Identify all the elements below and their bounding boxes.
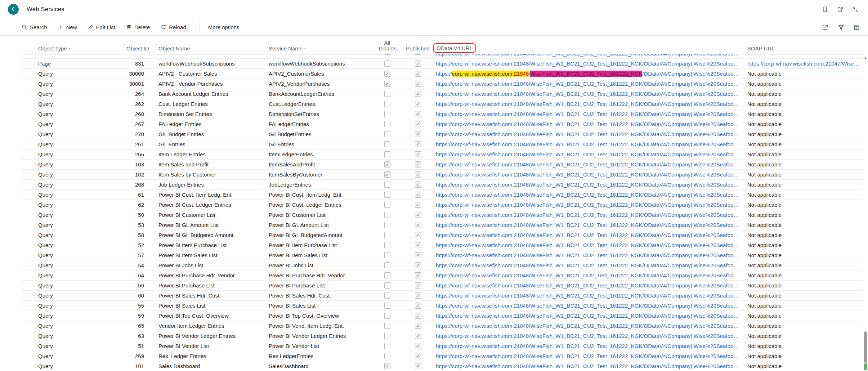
cell-object-id[interactable]: 63 [123,331,155,341]
cell-odata-url[interactable]: https://corp-wf-nav.wisefish.com:21048/W… [432,301,744,310]
cell-odata-url[interactable]: https://corp-wf-nav.wisefish.com:21048/W… [432,180,744,189]
cell-object-name[interactable]: Power BI Top Cust. Overview [155,311,265,321]
all-tenants-checkbox[interactable]: ✓ [384,192,390,198]
table-row[interactable]: Query 50 Power BI Customer List Power BI… [22,210,863,220]
table-row[interactable]: Query 59 Power BI Top Cust. Overview Pow… [22,311,863,321]
cell-object-name[interactable]: Dimension Set Entries [155,109,265,119]
cell-object-type[interactable]: Query [22,341,123,351]
table-row[interactable]: Query 30001 APIV2 - Vendor Purchases API… [22,79,863,89]
table-row[interactable]: Query 265 Item Ledger Entries ItemLedger… [22,149,863,160]
all-tenants-checkbox[interactable]: ✓ [384,232,390,238]
table-row[interactable]: Query 270 G/L Budget Entries G/LBudgetEn… [22,129,863,139]
cell-service-name[interactable]: Power BI Vendor List [265,341,371,351]
cell-object-name[interactable]: Cust. Ledger Entries [155,99,265,109]
cell-service-name[interactable]: Power BI Vendor Ledger Entries [265,331,371,341]
cell-object-type[interactable]: Query [22,149,123,159]
cell-object-type[interactable]: Query [22,139,123,149]
cell-object-name[interactable]: Bank Account Ledger Entries [155,89,265,99]
cell-object-type[interactable]: Query [22,99,123,109]
cell-odata-url[interactable]: https://corp-wf-nav.wisefish.com:21048/W… [432,160,744,169]
published-checkbox[interactable]: ✓ [415,121,421,127]
published-checkbox[interactable]: ✓ [415,81,421,87]
published-checkbox[interactable]: ✓ [415,252,421,258]
published-checkbox[interactable]: ✓ [415,91,421,97]
cell-service-name[interactable]: APIV2_VendorPurchases [265,79,371,89]
published-checkbox[interactable]: ✓ [415,54,421,55]
all-tenants-checkbox[interactable]: ✓ [384,303,390,309]
new-button[interactable]: New [58,24,77,30]
table-row[interactable]: Query 57 Power BI Item Sales List Power … [22,250,863,260]
cell-object-name[interactable]: Res. Ledger Entries [155,351,265,361]
published-checkbox[interactable]: ✓ [415,171,421,178]
cell-object-type[interactable]: Query [22,109,123,119]
cell-service-name[interactable]: Power BI Vend. Item Ledg. Ent. [265,321,371,331]
table-row[interactable]: Query 260 Dimension Set Entries Dimensio… [22,109,863,119]
cell-object-name[interactable]: Power BI Sales List [155,301,265,310]
cell-object-name[interactable]: Power BI Sales Hdr. Cust. [155,291,265,300]
all-tenants-checkbox[interactable]: ✓ [384,61,390,67]
cell-odata-url[interactable]: https://corp-wf-nav.wisefish.com:21048/W… [432,109,744,119]
table-row[interactable]: Query 63 Power BI Vendor Ledger Entries … [22,331,863,341]
cell-service-name[interactable]: Power BI Sales Hdr. Cust. [265,291,371,300]
cell-service-name[interactable]: Power BI Item Purchase List [265,240,371,250]
table-row[interactable]: Query 60 Power BI Sales Hdr. Cust. Power… [22,291,863,301]
published-checkbox[interactable]: ✓ [415,222,421,228]
cell-object-id[interactable]: 56 [123,281,155,290]
collapse-window-icon[interactable] [852,6,859,13]
cell-service-name[interactable]: ItemSalesAndProfit [265,160,371,169]
cell-object-type[interactable]: Query [22,271,123,280]
cell-odata-url[interactable]: https://corp-wf-nav.wisefish.com:21048/W… [432,260,744,270]
cell-object-type[interactable]: Query [22,89,123,99]
cell-object-id[interactable]: 62 [123,200,155,210]
reload-button[interactable]: Reload [161,24,186,30]
published-checkbox[interactable]: ✓ [415,272,421,278]
all-tenants-checkbox[interactable]: ✓ [384,131,390,137]
edit-list-button[interactable]: Edit List [88,24,115,30]
published-checkbox[interactable]: ✓ [415,353,421,359]
cell-object-name[interactable]: Power BI Item Purchase List [155,240,265,250]
cell-odata-url[interactable]: https://corp-wf-nav.wisefish.com:21048/W… [432,250,744,260]
cell-object-id[interactable]: 30000 [123,69,155,79]
cell-service-name[interactable]: BankAccountLedgerEntries [265,89,371,99]
all-tenants-checkbox[interactable]: ✓ [384,242,390,248]
cell-odata-url[interactable]: https://corp-wf-nav.wisefish.com:21048/W… [432,119,744,129]
cell-object-name[interactable]: APIV2 - Vendor Purchases [155,79,265,89]
vertical-scrollbar[interactable]: ▲ [863,55,868,371]
all-tenants-checkbox[interactable]: ✓ [384,353,390,359]
cell-odata-url[interactable]: https://corp-wf-nav.wisefish.com:21048/W… [432,341,744,351]
cell-service-name[interactable]: Power BI Cust. Item Ledg. Ent. [265,190,371,200]
cell-odata-url[interactable]: https://corp-wf-nav.wisefish.com:21048/W… [432,89,744,99]
cell-object-id[interactable]: 261 [123,139,155,149]
table-row[interactable]: Query 267 FA Ledger Entries FALedgerEntr… [22,119,863,129]
cell-object-id[interactable]: 30001 [123,79,155,89]
table-row[interactable]: Query 51 Power BI Vendor List Power BI V… [22,341,863,351]
cell-object-name[interactable]: APIV2 - Customer Sales [155,69,265,79]
cell-object-id[interactable]: 61 [123,190,155,200]
cell-service-name[interactable]: G/LEntries [265,139,371,149]
table-row[interactable]: Query 262 Cust. Ledger Entries Cust.Ledg… [22,99,863,109]
cell-object-name[interactable]: Power BI Item Sales List [155,250,265,260]
cell-object-id[interactable]: 260 [123,109,155,119]
published-checkbox[interactable]: ✓ [415,313,421,319]
cell-object-type[interactable]: Query [22,240,123,250]
cell-object-name[interactable]: Power BI Vendor List [155,341,265,351]
published-checkbox[interactable]: ✓ [415,333,421,339]
cell-odata-url[interactable]: https://corp-wf-nav.wisefish.com:21048/W… [432,331,744,341]
cell-service-name[interactable]: Power BI Purchase List [265,281,371,290]
cell-object-type[interactable]: Query [22,180,123,189]
cell-object-type[interactable]: Query [22,129,123,139]
cell-object-type[interactable]: Query [22,301,123,310]
cell-object-type[interactable]: Page [22,59,123,68]
cell-object-id[interactable]: 103 [123,160,155,169]
all-tenants-checkbox[interactable]: ✓ [384,141,390,147]
cell-object-name[interactable]: G/L Budget Entries [155,129,265,139]
cell-service-name[interactable]: ItemLedgerEntries [265,149,371,159]
cell-object-id[interactable]: 268 [123,180,155,189]
published-checkbox[interactable]: ✓ [415,282,421,289]
published-checkbox[interactable]: ✓ [415,232,421,238]
cell-object-name[interactable]: Power BI Purchase Hdr. Vendor [155,271,265,280]
bookmark-icon[interactable] [822,6,828,13]
all-tenants-checkbox[interactable]: ✓ [384,91,390,97]
cell-odata-url[interactable]: https://corp-wf-nav.wisefish.com:21048/W… [432,190,744,200]
more-options-button[interactable]: More options [208,24,240,30]
